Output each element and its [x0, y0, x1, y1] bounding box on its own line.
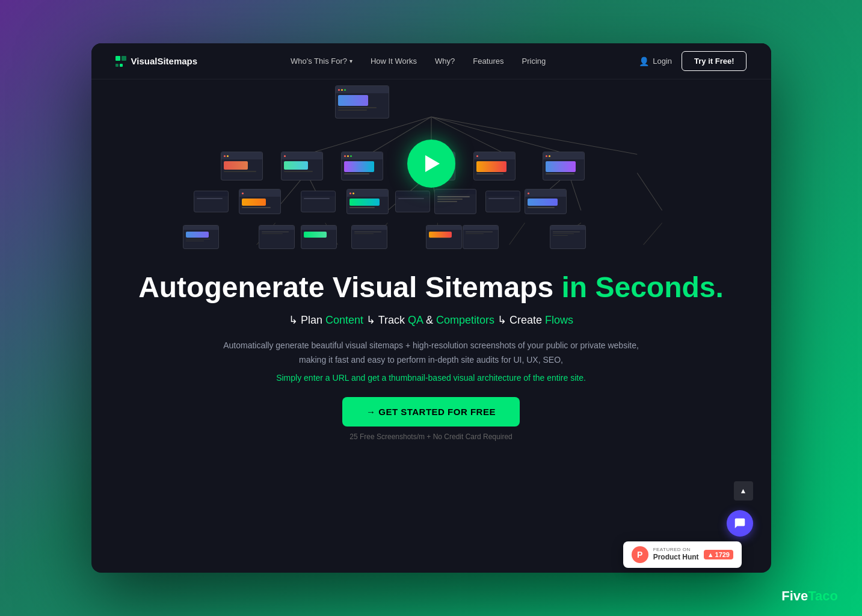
sitemap-label-payments	[194, 191, 229, 212]
cta-button[interactable]: → GET STARTED FOR FREE	[342, 397, 520, 427]
sitemap-card-l3-docs	[434, 189, 476, 214]
product-hunt-text: FEATURED ON Product Hunt	[653, 547, 699, 562]
nav-how-it-works[interactable]: How It Works	[371, 57, 417, 66]
chat-icon	[733, 517, 747, 530]
sitemap-card-l4-6	[463, 225, 499, 249]
svg-line-5	[431, 117, 637, 154]
brand-name: VisualSitemaps	[131, 56, 198, 66]
sitemap-label-payments2	[395, 191, 430, 212]
play-icon	[425, 155, 440, 172]
subtitle: ↳ Plan Content ↳ Track QA & Competitors …	[115, 313, 747, 327]
brand-logo[interactable]: VisualSitemaps	[115, 56, 198, 67]
sitemap-card-l2-5	[473, 152, 516, 180]
sitemap-card-l4-5	[426, 225, 462, 249]
sitemap-card-l3-2	[239, 189, 281, 214]
sitemap-card-l2-3	[341, 152, 383, 180]
chat-widget[interactable]	[727, 510, 753, 537]
sitemap-card-root	[335, 85, 389, 119]
sitemap-card-l3-customers	[346, 189, 389, 214]
nav-pricing[interactable]: Pricing	[522, 57, 546, 66]
sitemap-card-l4-7	[550, 225, 586, 249]
sitemap-card-l4-3	[301, 225, 337, 249]
nav-right: 👤 Login Try it Free!	[639, 51, 747, 71]
navbar: VisualSitemaps Who's This For? ▾ How It …	[91, 43, 771, 79]
cta-subtext: 25 Free Screenshots/m + No Credit Card R…	[115, 433, 747, 441]
sitemap-card-l4-2	[259, 225, 295, 249]
play-button[interactable]	[407, 140, 455, 188]
sitemap-card-l2-1	[221, 152, 263, 180]
sitemap-visualization	[91, 79, 771, 248]
green-tagline: Simply enter a URL and get a thumbnail-b…	[115, 373, 747, 383]
nav-why[interactable]: Why?	[435, 57, 455, 66]
svg-line-12	[637, 173, 662, 211]
svg-line-19	[643, 223, 662, 245]
sitemap-card-l2-6	[543, 152, 585, 180]
login-button[interactable]: 👤 Login	[639, 57, 672, 66]
sitemap-card-l4-1	[183, 225, 219, 249]
sitemap-card-l3-stripe	[525, 189, 567, 214]
product-hunt-badge[interactable]: P FEATURED ON Product Hunt ▲ 1729	[623, 541, 742, 568]
svg-line-17	[509, 223, 525, 245]
description-text: Automatically generate beautiful visual …	[221, 339, 642, 368]
nav-whos-for[interactable]: Who's This For? ▾	[291, 57, 352, 66]
sitemap-label-docs2	[485, 191, 520, 212]
chevron-up-icon: ▲	[740, 487, 747, 495]
try-free-button[interactable]: Try it Free!	[682, 51, 747, 71]
main-title: Autogenerate Visual Sitemaps in Seconds.	[115, 272, 747, 304]
product-hunt-count: ▲ 1729	[704, 550, 733, 559]
logo-icon	[115, 56, 126, 67]
fivetaco-brand: FiveTaco	[781, 588, 838, 604]
product-hunt-logo: P	[632, 546, 648, 563]
sitemap-label-contact	[301, 191, 336, 212]
upvote-icon: ▲	[707, 551, 714, 558]
sitemap-card-l4-4	[351, 225, 387, 249]
nav-links: Who's This For? ▾ How It Works Why? Feat…	[291, 57, 546, 66]
chevron-down-icon: ▾	[349, 58, 352, 64]
hero-section: Autogenerate Visual Sitemaps in Seconds.…	[91, 248, 771, 469]
heading-section: Autogenerate Visual Sitemaps in Seconds.…	[115, 260, 747, 451]
scroll-top-button[interactable]: ▲	[734, 481, 753, 500]
sitemap-card-l2-2	[281, 152, 323, 180]
nav-features[interactable]: Features	[473, 57, 503, 66]
svg-line-4	[431, 117, 568, 154]
